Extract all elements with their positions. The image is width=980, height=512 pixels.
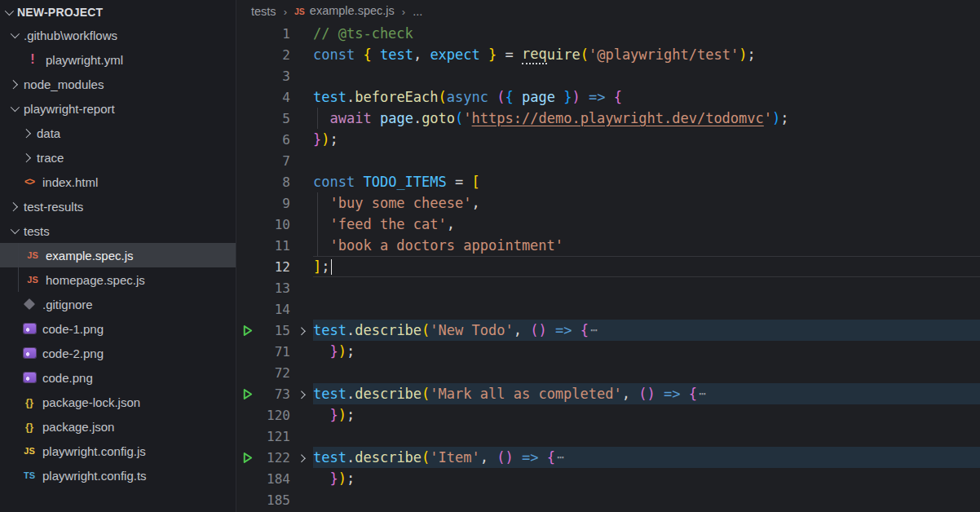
code-line[interactable]: 14	[236, 298, 980, 320]
code-line[interactable]: 10 'feed the cat',	[236, 214, 980, 235]
gutter: 11	[236, 235, 313, 256]
fold-gutter[interactable]	[290, 455, 313, 461]
code-content[interactable]: });	[313, 404, 980, 426]
code-content[interactable]: 'buy some cheese',	[313, 192, 980, 214]
code-token	[488, 89, 497, 105]
editor-lines[interactable]: 1// @ts-check2const { test, expect } = r…	[236, 23, 980, 512]
code-content[interactable]	[313, 298, 980, 320]
img-file-icon	[22, 321, 37, 336]
code-line[interactable]: 122test.describe('Item', () => {⋯	[236, 447, 980, 468]
file-label: playwright-report	[24, 102, 115, 116]
code-line[interactable]: 1// @ts-check	[236, 23, 980, 44]
run-test-gutter[interactable]	[236, 388, 258, 400]
fold-gutter[interactable]	[290, 328, 313, 333]
code-token: test	[313, 386, 347, 402]
code-line[interactable]: 9 'buy some cheese',	[236, 192, 980, 214]
run-test-icon[interactable]	[241, 452, 254, 464]
code-line[interactable]: 120 });	[236, 404, 980, 426]
fold-chevron-icon[interactable]	[297, 391, 305, 399]
code-content[interactable]: 'book a doctors appointment'	[313, 235, 980, 256]
sidebar-file-playwright-yml[interactable]: !playwright.yml	[0, 47, 236, 72]
code-line[interactable]: 6});	[236, 129, 980, 150]
code-content[interactable]: await page.goto('https://demo.playwright…	[313, 108, 980, 129]
sidebar-file-playwright-config-ts[interactable]: TSplaywright.config.ts	[0, 463, 236, 488]
code-line[interactable]: 4test.beforeEach(async ({ page }) => {	[236, 86, 980, 108]
code-line[interactable]: 11 'book a doctors appointment'	[236, 235, 980, 256]
code-content[interactable]	[313, 362, 980, 383]
fold-chevron-icon[interactable]	[297, 327, 305, 335]
fold-gutter[interactable]	[290, 391, 313, 397]
fold-chevron-icon[interactable]	[297, 454, 305, 462]
sidebar-file--gitignore[interactable]: .gitignore	[0, 292, 236, 316]
sidebar-folder-test-results[interactable]: test-results	[0, 194, 236, 218]
explorer-root-folder[interactable]: NEW-PROJECT	[0, 2, 236, 23]
code-line[interactable]: 184 });	[236, 468, 980, 489]
sidebar-folder-node-modules[interactable]: node_modules	[0, 72, 236, 96]
code-content[interactable]: const { test, expect } = require('@playw…	[313, 44, 980, 65]
code-content[interactable]: });	[313, 341, 980, 362]
sidebar-file-homepage-spec-js[interactable]: JShomepage.spec.js	[0, 267, 236, 292]
code-content[interactable]: });	[313, 468, 980, 489]
code-content[interactable]: // @ts-check	[313, 23, 980, 44]
breadcrumb-item[interactable]: JSexample.spec.js	[294, 4, 395, 19]
sidebar-folder-data[interactable]: data	[0, 121, 236, 145]
code-content[interactable]: });	[313, 129, 980, 150]
sidebar-file-code-1-png[interactable]: code-1.png	[0, 316, 236, 341]
code-content[interactable]: ];	[313, 256, 980, 277]
code-line[interactable]: 71 });	[236, 341, 980, 362]
code-content[interactable]	[313, 277, 980, 298]
code-line[interactable]: 7	[236, 150, 980, 171]
code-line[interactable]: 8const TODO_ITEMS = [	[236, 171, 980, 192]
sidebar-file-code-png[interactable]: code.png	[0, 365, 236, 390]
code-content[interactable]	[313, 489, 980, 510]
code-token	[372, 110, 380, 126]
code-content[interactable]: test.describe('Item', () => {⋯	[313, 447, 980, 468]
code-token: ()	[530, 322, 546, 338]
code-line[interactable]: 3	[236, 65, 980, 86]
code-line[interactable]: 185	[236, 489, 980, 510]
code-token	[313, 407, 329, 423]
breadcrumb-item[interactable]: ...	[413, 5, 422, 18]
file-explorer[interactable]: NEW-PROJECT .github\workflows!playwright…	[0, 0, 236, 512]
sidebar-file-playwright-config-js[interactable]: JSplaywright.config.js	[0, 439, 236, 463]
run-test-icon[interactable]	[241, 388, 254, 400]
code-editor[interactable]: tests›JSexample.spec.js›... 1// @ts-chec…	[236, 0, 980, 512]
sidebar-file-package-lock-json[interactable]: {}package-lock.json	[0, 390, 236, 414]
code-token	[313, 343, 329, 360]
run-test-gutter[interactable]	[236, 324, 258, 337]
code-content[interactable]: test.beforeEach(async ({ page }) => {	[313, 86, 980, 108]
run-test-gutter[interactable]	[236, 452, 258, 464]
code-content[interactable]	[313, 65, 980, 86]
code-content[interactable]: test.describe('New Todo', () => {⋯	[313, 320, 980, 341]
code-line[interactable]: 13	[236, 277, 980, 298]
code-line[interactable]: 121	[236, 426, 980, 447]
code-line[interactable]: 5 await page.goto('https://demo.playwrig…	[236, 108, 980, 129]
file-label: node_modules	[24, 77, 104, 91]
sidebar-folder-tests[interactable]: tests	[0, 218, 236, 243]
code-content[interactable]	[313, 150, 980, 171]
code-content[interactable]	[313, 426, 980, 447]
sidebar-folder-trace[interactable]: trace	[0, 145, 236, 170]
sidebar-file-package-json[interactable]: {}package.json	[0, 414, 236, 439]
sidebar-file-example-spec-js[interactable]: JSexample.spec.js	[0, 243, 236, 267]
code-content[interactable]: 'feed the cat',	[313, 214, 980, 235]
line-number: 4	[258, 90, 290, 105]
code-token: =>	[555, 322, 572, 338]
code-line[interactable]: 2const { test, expect } = require('@play…	[236, 44, 980, 65]
sidebar-file-index-html[interactable]: <>index.html	[0, 170, 236, 194]
git-file-icon	[22, 297, 37, 311]
code-content[interactable]: test.describe('Mark all as completed', (…	[313, 383, 980, 404]
run-test-icon[interactable]	[241, 324, 254, 337]
code-line[interactable]: 12];	[236, 256, 980, 277]
code-token: (	[455, 110, 463, 126]
code-line[interactable]: 73test.describe('Mark all as completed',…	[236, 383, 980, 404]
sidebar-folder--github-workflows[interactable]: .github\workflows	[0, 23, 236, 47]
sidebar-folder-playwright-report[interactable]: playwright-report	[0, 96, 236, 121]
code-line[interactable]: 72	[236, 362, 980, 383]
breadcrumb-label: tests	[251, 5, 276, 18]
code-line[interactable]: 15test.describe('New Todo', () => {⋯	[236, 320, 980, 341]
code-content[interactable]: const TODO_ITEMS = [	[313, 171, 980, 192]
gutter: 4	[236, 86, 313, 108]
breadcrumb-item[interactable]: tests	[251, 5, 276, 18]
sidebar-file-code-2-png[interactable]: code-2.png	[0, 341, 236, 365]
